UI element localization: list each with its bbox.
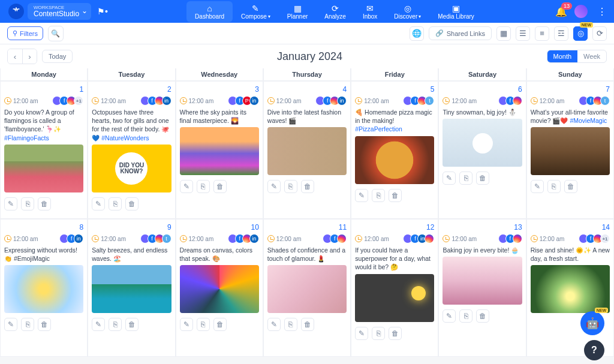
next-month[interactable]: › <box>22 49 37 64</box>
flag-icon[interactable]: ⚑• <box>97 7 108 16</box>
shared-links-button[interactable]: 🔗Shared Links <box>429 26 492 40</box>
edit-button[interactable]: ✎ <box>180 318 193 331</box>
edit-button[interactable]: ✎ <box>531 180 544 193</box>
range-week[interactable]: Week <box>577 50 606 62</box>
copy-button[interactable]: ⎘ <box>372 189 385 202</box>
cell-13[interactable]: 13 12:00 amf Baking joy in every bite! 🧁… <box>438 219 526 357</box>
hashtag[interactable]: #FlamingoFacts <box>4 134 49 142</box>
nav-compose[interactable]: ✎Compose▾ <box>233 1 279 22</box>
clock-icon <box>443 97 450 104</box>
cell-2[interactable]: 2 12:00 amfin Octopuses have three heart… <box>88 81 175 219</box>
filters-button[interactable]: ⚲Filters <box>7 26 43 40</box>
copy-button[interactable]: ⎘ <box>197 180 210 193</box>
delete-button[interactable]: 🗑 <box>213 318 227 331</box>
cell-8[interactable]: 8 12:00 amfin Expressing without words! … <box>0 219 88 357</box>
clock-icon <box>355 97 362 104</box>
copy-button[interactable]: ⎘ <box>547 180 561 193</box>
edit-button[interactable]: ✎ <box>443 309 456 323</box>
nav-media[interactable]: ▣Media Library <box>429 1 483 22</box>
prev-month[interactable]: ‹ <box>8 49 22 64</box>
notifications-button[interactable]: 🔔13 <box>555 6 567 17</box>
workspace-switcher[interactable]: WORKSPACE ContentStudio <box>28 3 91 20</box>
nav-analyze[interactable]: ⟳Analyze <box>316 1 354 22</box>
nav-discover[interactable]: ◎Discover▾ <box>386 1 429 22</box>
view-compact[interactable]: ☲ <box>554 26 568 41</box>
edit-button[interactable]: ✎ <box>267 318 281 331</box>
range-month[interactable]: Month <box>547 50 578 62</box>
delete-button[interactable]: 🗑 <box>476 309 489 323</box>
view-list[interactable]: ≡ <box>535 26 549 41</box>
delete-button[interactable]: 🗑 <box>389 189 402 202</box>
delete-button[interactable]: 🗑 <box>301 180 314 193</box>
linkedin-icon: in <box>249 234 259 243</box>
hashtag[interactable]: #PizzaPerfection <box>355 125 402 133</box>
delete-button[interactable]: 🗑 <box>564 180 577 193</box>
copy-button[interactable]: ⎘ <box>109 318 122 331</box>
copy-button[interactable]: ⎘ <box>21 318 34 331</box>
edit-button[interactable]: ✎ <box>267 180 281 193</box>
edit-button[interactable]: ✎ <box>92 318 105 331</box>
cell-7[interactable]: 7 12:00 amft What's your all-time favori… <box>526 81 614 219</box>
search-button[interactable]: 🔍 <box>48 26 64 41</box>
copy-button[interactable]: ⎘ <box>284 318 297 331</box>
delete-button[interactable]: 🗑 <box>38 318 51 331</box>
copy-button[interactable]: ⎘ <box>459 172 472 185</box>
user-avatar[interactable] <box>574 5 588 18</box>
cell-5[interactable]: 5 12:00 amft 🍕 Homemade pizza magic in t… <box>351 81 438 219</box>
view-feed[interactable]: ☰ <box>516 26 530 41</box>
post-thumb <box>531 265 610 313</box>
cell-1[interactable]: 1 12:00 amf+1 Do you know? A group of fl… <box>0 81 88 219</box>
today-button[interactable]: Today <box>42 50 73 63</box>
more-accounts[interactable]: +1 <box>600 234 610 243</box>
hashtag[interactable]: #NatureWonders <box>101 134 149 142</box>
more-accounts[interactable]: +1 <box>74 96 83 106</box>
globe-button[interactable]: 🌐 <box>410 26 424 41</box>
view-calendar[interactable]: ▦ <box>496 26 511 41</box>
edit-button[interactable]: ✎ <box>443 172 456 185</box>
nav-dashboard[interactable]: ⌂Dashboard <box>186 1 233 22</box>
cell-4[interactable]: 4 12:00 amfin Dive into the latest fashi… <box>263 81 351 219</box>
cell-3[interactable]: 3 12:00 amfPin Where the sky paints its … <box>176 81 263 219</box>
cell-9[interactable]: 9 12:00 amft Salty breezes, and endless … <box>88 219 175 357</box>
copy-button[interactable]: ⎘ <box>284 180 297 193</box>
cell-10[interactable]: 10 12:00 amfin Dreams on canvas, colors … <box>176 219 263 357</box>
delete-button[interactable]: 🗑 <box>389 327 402 340</box>
copy-button[interactable]: ⎘ <box>372 327 385 340</box>
help-button[interactable]: ? <box>584 340 604 360</box>
edit-button[interactable]: ✎ <box>4 197 17 210</box>
edit-button[interactable]: ✎ <box>355 189 368 202</box>
delete-button[interactable]: 🗑 <box>476 172 489 185</box>
nav-planner[interactable]: ▦Planner <box>279 1 316 22</box>
edit-button[interactable]: ✎ <box>180 180 193 193</box>
edit-button[interactable]: ✎ <box>92 197 105 210</box>
nav-inbox[interactable]: ✉Inbox <box>354 1 386 22</box>
workspace-name: ContentStudio <box>34 10 79 17</box>
delete-button[interactable]: 🗑 <box>125 197 139 210</box>
edit-button[interactable]: ✎ <box>355 327 368 340</box>
cell-11[interactable]: 11 12:00 amf Shades of confidence and a … <box>263 219 351 357</box>
app-logo[interactable] <box>8 4 24 19</box>
delete-button[interactable]: 🗑 <box>125 318 139 331</box>
view-grid[interactable]: ◎ <box>573 26 588 41</box>
cell-6[interactable]: 6 12:00 amf Tiny snowman, big joy! ⛄ ✎⎘🗑 <box>438 81 526 219</box>
delete-button[interactable]: 🗑 <box>213 180 227 193</box>
hashtag[interactable]: #MovieMagic <box>570 117 607 124</box>
copy-button[interactable]: ⎘ <box>459 309 472 323</box>
grid-view-icon: ◎ <box>577 29 584 38</box>
edit-button[interactable]: ✎ <box>4 318 17 331</box>
topbar-right: 🔔13 ⋮ <box>555 5 609 18</box>
copy-button[interactable]: ⎘ <box>109 197 122 210</box>
refresh-button[interactable]: ⟳ <box>592 26 607 41</box>
cell-12[interactable]: 12 12:00 amfin If you could have a super… <box>351 219 438 357</box>
cell-14[interactable]: 14 12:00 amf+1 Rise and shine! 🌞✨ A new … <box>526 219 614 357</box>
delete-button[interactable]: 🗑 <box>301 318 314 331</box>
copy-button[interactable]: ⎘ <box>21 197 34 210</box>
kebab-menu[interactable]: ⋮ <box>595 6 609 17</box>
post-copy: Dreams on canvas, colors that speak. 🎨 <box>180 246 259 263</box>
post-copy: Expressing without words! 👏 #EmojiMagic <box>4 246 83 263</box>
view-range-toggle: Month Week <box>547 50 607 63</box>
notification-badge: 13 <box>561 2 572 10</box>
delete-button[interactable]: 🗑 <box>38 197 51 210</box>
copy-button[interactable]: ⎘ <box>197 318 210 331</box>
chatbot-button[interactable]: 🤖 <box>580 311 604 335</box>
